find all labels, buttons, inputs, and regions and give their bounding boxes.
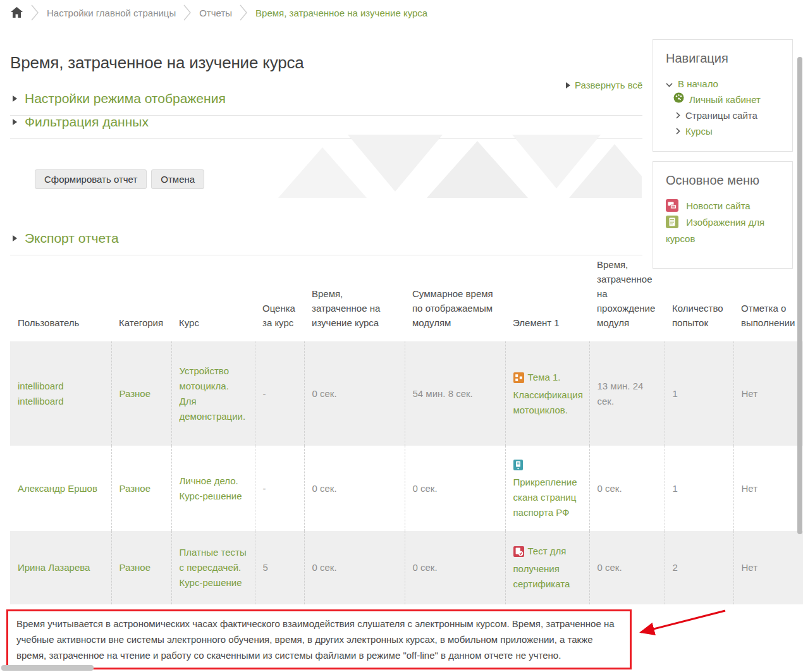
chevron-right-icon <box>183 4 192 21</box>
collapsed-triangle-icon <box>13 119 17 125</box>
navigation-block: Навигация В начало Личный кабинет Страни… <box>653 39 793 152</box>
collapsed-triangle-icon <box>13 235 17 241</box>
category-link[interactable]: Разное <box>120 562 151 573</box>
triangle-right-icon <box>566 82 570 89</box>
expand-all-link[interactable]: Развернуть всё <box>566 80 642 90</box>
attempts-cell: 1 <box>665 341 733 446</box>
module-time-cell: 0 сек. <box>589 531 665 604</box>
vertical-scrollbar[interactable] <box>797 57 802 534</box>
category-link[interactable]: Разное <box>120 388 151 399</box>
chevron-down-icon <box>666 76 673 92</box>
chevron-right-icon <box>240 4 248 21</box>
col-header-course-time: Время, затраченное на изучение курса <box>304 254 405 341</box>
chevron-right-icon <box>676 123 680 139</box>
sidebar-item-dashboard[interactable]: Личный кабинет <box>666 92 780 107</box>
navigation-title: Навигация <box>666 51 780 66</box>
form-actions: Сформировать отчет Отмена <box>35 169 204 189</box>
section-label: Экспорт отчета <box>25 231 119 246</box>
menu-item-course-images[interactable]: Изображения для курсов <box>666 214 780 247</box>
report-page: Настройки главной страницы Отчеты Время,… <box>0 0 803 672</box>
menu-item-site-news[interactable]: Новости сайта <box>666 198 780 214</box>
course-link[interactable]: Устройство мотоцикла. Для демонстрации. <box>180 365 246 422</box>
modules-time-cell: 54 мин. 8 сек. <box>405 341 505 446</box>
section-display-settings[interactable]: Настройки режима отображения <box>10 91 642 116</box>
module-time-cell: 0 сек. <box>589 446 665 531</box>
report-footnote: Время учитывается в астрономических часа… <box>6 609 632 669</box>
assignment-icon <box>513 460 523 475</box>
dashboard-icon <box>673 92 684 107</box>
section-label: Фильтрация данных <box>25 114 149 130</box>
menu-item-label: Новости сайта <box>686 200 751 211</box>
annotation-arrow <box>632 605 730 642</box>
table-row: Александр Ершов Разное Личное дело. Курс… <box>10 446 803 531</box>
table-row: intelliboard intelliboard Разное Устройс… <box>10 341 803 446</box>
sidebar-item-courses[interactable]: Курсы <box>666 123 780 139</box>
page-title: Время, затраченное на изучение курса <box>10 53 303 73</box>
modules-time-cell: 0 сек. <box>405 446 505 531</box>
col-header-course: Курс <box>171 254 255 341</box>
page-icon <box>666 217 686 228</box>
home-icon[interactable] <box>10 6 23 19</box>
category-link[interactable]: Разное <box>120 483 151 494</box>
course-time-cell: 0 сек. <box>304 531 405 604</box>
sidebar-item-label: Курсы <box>685 123 713 139</box>
collapsed-triangle-icon <box>13 95 17 102</box>
completion-cell: Нет <box>733 446 803 531</box>
sidebar-item-label: Страницы сайта <box>685 107 757 123</box>
main-menu-title: Основное меню <box>666 173 780 188</box>
breadcrumb-link-reports[interactable]: Отчеты <box>199 8 232 18</box>
completion-cell: Нет <box>733 341 803 446</box>
forum-icon <box>666 200 686 211</box>
user-link[interactable]: intelliboard intelliboard <box>18 381 64 406</box>
col-header-grade: Оценка за курс <box>255 254 304 341</box>
grade-cell: - <box>255 341 304 446</box>
sidebar-item-label: В начало <box>678 76 718 92</box>
horizontal-scrollbar[interactable] <box>1 665 94 671</box>
chevron-right-icon <box>676 107 680 123</box>
attempts-cell: 1 <box>665 446 733 531</box>
user-link[interactable]: Александр Ершов <box>18 483 97 494</box>
modules-time-cell: 0 сек. <box>405 531 505 604</box>
sidebar-item-site-pages[interactable]: Страницы сайта <box>666 107 780 123</box>
course-time-cell: 0 сек. <box>304 341 405 446</box>
report-table: Пользователь Категория Курс Оценка за ку… <box>10 254 803 604</box>
module-time-cell: 13 мин. 24 сек. <box>589 341 665 446</box>
lesson-icon <box>513 372 524 388</box>
quiz-icon <box>513 546 524 561</box>
element-link[interactable]: Прикрепление скана страниц паспорта РФ <box>513 477 577 518</box>
generate-report-button[interactable]: Сформировать отчет <box>35 169 147 189</box>
attempts-cell: 2 <box>665 531 733 604</box>
col-header-category: Категория <box>111 254 171 341</box>
main-menu-block: Основное меню Новости сайта Изображения … <box>653 161 793 269</box>
breadcrumb-current[interactable]: Время, затраченное на изучение курса <box>255 8 427 18</box>
course-link[interactable]: Личное дело. Курс-решение <box>180 475 242 501</box>
col-header-user: Пользователь <box>10 254 111 341</box>
sidebar-item-label: Личный кабинет <box>689 92 761 107</box>
course-link[interactable]: Платные тесты с пересдачей. Курс-решение <box>180 547 247 588</box>
col-header-element: Элемент 1 <box>505 254 589 341</box>
table-row: Ирина Лазарева Разное Платные тесты с пе… <box>10 531 803 604</box>
section-export[interactable]: Экспорт отчета <box>10 231 642 255</box>
col-header-modules-time: Суммарное время по отображаемым модулям <box>405 254 505 341</box>
user-link[interactable]: Ирина Лазарева <box>18 562 90 573</box>
section-filtering[interactable]: Фильтрация данных <box>10 114 642 139</box>
grade-cell: 5 <box>255 531 304 604</box>
grade-cell: - <box>255 446 304 531</box>
completion-cell: Нет <box>733 531 803 604</box>
section-label: Настройки режима отображения <box>25 91 226 106</box>
cancel-button[interactable]: Отмена <box>151 169 204 189</box>
breadcrumb-link-settings[interactable]: Настройки главной страницы <box>47 8 176 18</box>
expand-all-label: Развернуть всё <box>575 80 642 90</box>
background-watermark <box>272 135 642 198</box>
sidebar-item-home[interactable]: В начало <box>666 76 780 92</box>
chevron-right-icon <box>31 4 39 21</box>
course-time-cell: 0 сек. <box>304 446 405 531</box>
breadcrumb: Настройки главной страницы Отчеты Время,… <box>10 3 427 23</box>
